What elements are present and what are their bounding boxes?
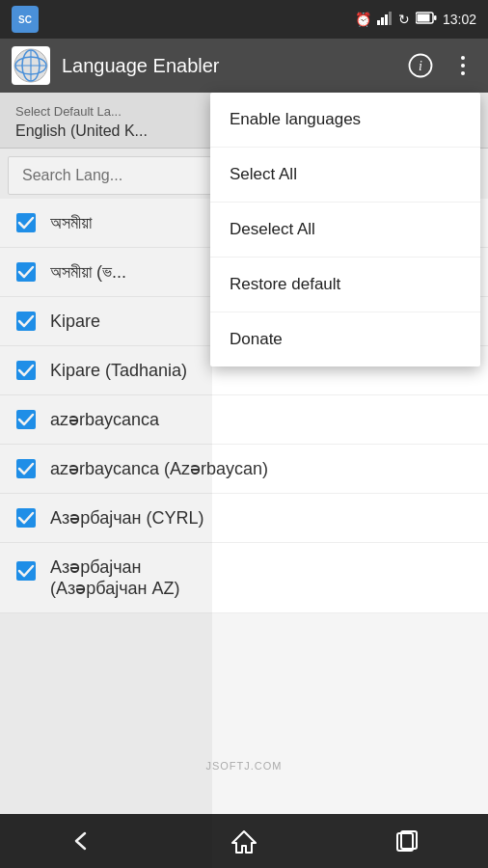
menu-item-donate[interactable]: Donate	[210, 312, 480, 366]
svg-marker-22	[232, 831, 256, 853]
battery-icon	[416, 12, 437, 27]
recents-button[interactable]	[378, 822, 436, 860]
svg-rect-2	[385, 14, 388, 25]
overlay-dim	[0, 93, 212, 868]
time-display: 13:02	[443, 12, 476, 27]
watermark: JSOFTJ.COM	[205, 760, 282, 772]
menu-item-deselect-all[interactable]: Deselect All	[210, 203, 480, 258]
dropdown-menu: Enable languages Select All Deselect All…	[210, 93, 480, 366]
menu-item-select-all[interactable]: Select All	[210, 148, 480, 203]
app-title: Language Enabler	[62, 55, 395, 77]
menu-item-restore-default[interactable]: Restore default	[210, 258, 480, 312]
signal-icon	[377, 11, 393, 29]
info-button[interactable]: i	[407, 52, 434, 79]
svg-text:i: i	[419, 59, 422, 73]
svg-rect-0	[377, 20, 380, 25]
status-bar: SC ⏰ ↻ 13:02	[0, 0, 488, 39]
svg-rect-3	[389, 12, 392, 25]
alarm-icon: ⏰	[355, 12, 371, 27]
status-bar-left: SC	[12, 6, 39, 33]
svg-rect-5	[417, 14, 429, 22]
toolbar-icons: i	[407, 52, 476, 79]
sync-icon: ↻	[398, 12, 410, 27]
toolbar: Language Enabler i	[0, 39, 488, 93]
menu-item-enable-languages[interactable]: Enable languages	[210, 93, 480, 148]
notification-icon: SC	[12, 6, 39, 33]
home-button[interactable]	[215, 822, 273, 860]
status-bar-right: ⏰ ↻ 13:02	[355, 11, 476, 29]
app-logo	[12, 46, 50, 85]
svg-rect-1	[381, 17, 384, 25]
svg-rect-6	[434, 15, 437, 20]
more-options-button[interactable]	[449, 52, 476, 79]
